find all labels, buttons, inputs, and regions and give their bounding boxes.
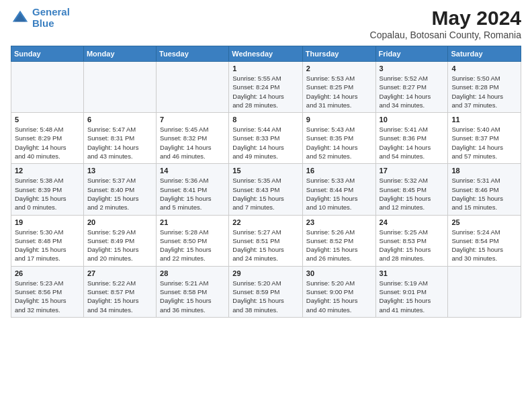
- calendar-day-29: 29Sunrise: 5:20 AM Sunset: 8:59 PM Dayli…: [229, 266, 303, 317]
- day-info: Sunrise: 5:52 AM Sunset: 8:27 PM Dayligh…: [380, 74, 445, 109]
- calendar-day-1: 1Sunrise: 5:55 AM Sunset: 8:24 PM Daylig…: [229, 62, 303, 113]
- calendar-day-12: 12Sunrise: 5:38 AM Sunset: 8:39 PM Dayli…: [11, 164, 84, 215]
- calendar-header-saturday: Saturday: [448, 46, 521, 62]
- day-info: Sunrise: 5:38 AM Sunset: 8:39 PM Dayligh…: [15, 176, 80, 212]
- day-info: Sunrise: 5:23 AM Sunset: 8:56 PM Dayligh…: [15, 279, 80, 314]
- main-title: May 2024: [370, 7, 521, 30]
- day-number: 20: [87, 218, 152, 226]
- day-number: 17: [380, 167, 445, 175]
- calendar-day-20: 20Sunrise: 5:29 AM Sunset: 8:49 PM Dayli…: [83, 215, 156, 266]
- calendar-header-friday: Friday: [375, 46, 448, 62]
- day-number: 15: [232, 167, 299, 175]
- calendar-week-row: 12Sunrise: 5:38 AM Sunset: 8:39 PM Dayli…: [11, 164, 521, 215]
- day-info: Sunrise: 5:28 AM Sunset: 8:50 PM Dayligh…: [160, 228, 225, 263]
- calendar-day-9: 9Sunrise: 5:43 AM Sunset: 8:35 PM Daylig…: [302, 113, 375, 164]
- day-info: Sunrise: 5:36 AM Sunset: 8:41 PM Dayligh…: [160, 176, 225, 212]
- calendar-day-17: 17Sunrise: 5:32 AM Sunset: 8:45 PM Dayli…: [375, 164, 448, 215]
- day-number: 19: [15, 218, 80, 226]
- day-number: 21: [160, 218, 225, 226]
- day-info: Sunrise: 5:37 AM Sunset: 8:40 PM Dayligh…: [87, 176, 152, 212]
- subtitle: Copalau, Botosani County, Romania: [370, 30, 521, 40]
- day-info: Sunrise: 5:50 AM Sunset: 8:28 PM Dayligh…: [451, 74, 517, 109]
- calendar-day-25: 25Sunrise: 5:24 AM Sunset: 8:54 PM Dayli…: [448, 215, 521, 266]
- calendar-day-4: 4Sunrise: 5:50 AM Sunset: 8:28 PM Daylig…: [448, 62, 521, 113]
- day-number: 9: [306, 116, 372, 124]
- calendar-day-15: 15Sunrise: 5:35 AM Sunset: 8:43 PM Dayli…: [229, 164, 303, 215]
- calendar-empty-cell: [83, 62, 156, 113]
- calendar-day-2: 2Sunrise: 5:53 AM Sunset: 8:25 PM Daylig…: [302, 62, 375, 113]
- calendar-header-tuesday: Tuesday: [157, 46, 229, 62]
- calendar-day-16: 16Sunrise: 5:33 AM Sunset: 8:44 PM Dayli…: [302, 164, 375, 215]
- calendar-day-30: 30Sunrise: 5:20 AM Sunset: 9:00 PM Dayli…: [302, 266, 375, 317]
- day-number: 6: [87, 116, 152, 124]
- day-number: 7: [160, 116, 225, 124]
- day-info: Sunrise: 5:45 AM Sunset: 8:32 PM Dayligh…: [160, 125, 225, 161]
- day-info: Sunrise: 5:25 AM Sunset: 8:53 PM Dayligh…: [380, 228, 445, 263]
- day-info: Sunrise: 5:33 AM Sunset: 8:44 PM Dayligh…: [306, 176, 372, 212]
- day-info: Sunrise: 5:26 AM Sunset: 8:52 PM Dayligh…: [306, 228, 372, 263]
- title-block: May 2024 Copalau, Botosani County, Roman…: [370, 7, 521, 40]
- logo-line1: General: [32, 6, 70, 17]
- day-number: 28: [160, 269, 225, 277]
- calendar-day-13: 13Sunrise: 5:37 AM Sunset: 8:40 PM Dayli…: [83, 164, 156, 215]
- calendar-header-sunday: Sunday: [11, 46, 84, 62]
- calendar-day-11: 11Sunrise: 5:40 AM Sunset: 8:37 PM Dayli…: [448, 113, 521, 164]
- day-number: 31: [380, 269, 445, 277]
- logo: General Blue: [11, 7, 70, 29]
- calendar-week-row: 19Sunrise: 5:30 AM Sunset: 8:48 PM Dayli…: [11, 215, 521, 266]
- day-number: 30: [306, 269, 372, 277]
- day-number: 18: [451, 167, 517, 175]
- calendar-day-7: 7Sunrise: 5:45 AM Sunset: 8:32 PM Daylig…: [157, 113, 229, 164]
- day-info: Sunrise: 5:41 AM Sunset: 8:36 PM Dayligh…: [380, 125, 445, 161]
- day-info: Sunrise: 5:22 AM Sunset: 8:57 PM Dayligh…: [87, 279, 152, 314]
- day-number: 27: [87, 269, 152, 277]
- calendar-day-8: 8Sunrise: 5:44 AM Sunset: 8:33 PM Daylig…: [229, 113, 303, 164]
- day-info: Sunrise: 5:47 AM Sunset: 8:31 PM Dayligh…: [87, 125, 152, 161]
- calendar-day-27: 27Sunrise: 5:22 AM Sunset: 8:57 PM Dayli…: [83, 266, 156, 317]
- calendar-day-18: 18Sunrise: 5:31 AM Sunset: 8:46 PM Dayli…: [448, 164, 521, 215]
- day-info: Sunrise: 5:48 AM Sunset: 8:29 PM Dayligh…: [15, 125, 80, 161]
- day-number: 29: [232, 269, 299, 277]
- calendar-day-24: 24Sunrise: 5:25 AM Sunset: 8:53 PM Dayli…: [375, 215, 448, 266]
- calendar-week-row: 1Sunrise: 5:55 AM Sunset: 8:24 PM Daylig…: [11, 62, 521, 113]
- day-number: 25: [451, 218, 517, 226]
- calendar-header-thursday: Thursday: [302, 46, 375, 62]
- day-info: Sunrise: 5:20 AM Sunset: 8:59 PM Dayligh…: [232, 279, 299, 314]
- day-number: 16: [306, 167, 372, 175]
- calendar-day-10: 10Sunrise: 5:41 AM Sunset: 8:36 PM Dayli…: [375, 113, 448, 164]
- day-number: 22: [232, 218, 299, 226]
- calendar-header-row: SundayMondayTuesdayWednesdayThursdayFrid…: [11, 46, 521, 62]
- calendar-day-22: 22Sunrise: 5:27 AM Sunset: 8:51 PM Dayli…: [229, 215, 303, 266]
- day-number: 14: [160, 167, 225, 175]
- header: General Blue May 2024 Copalau, Botosani …: [11, 7, 521, 40]
- calendar-empty-cell: [157, 62, 229, 113]
- day-number: 5: [15, 116, 80, 124]
- day-info: Sunrise: 5:55 AM Sunset: 8:24 PM Dayligh…: [232, 74, 299, 109]
- calendar-header-monday: Monday: [83, 46, 156, 62]
- day-info: Sunrise: 5:19 AM Sunset: 9:01 PM Dayligh…: [380, 279, 445, 314]
- day-number: 10: [380, 116, 445, 124]
- day-info: Sunrise: 5:27 AM Sunset: 8:51 PM Dayligh…: [232, 228, 299, 263]
- day-info: Sunrise: 5:53 AM Sunset: 8:25 PM Dayligh…: [306, 74, 372, 109]
- calendar-empty-cell: [11, 62, 84, 113]
- day-number: 13: [87, 167, 152, 175]
- logo-text: General Blue: [32, 7, 70, 29]
- day-info: Sunrise: 5:30 AM Sunset: 8:48 PM Dayligh…: [15, 228, 80, 263]
- day-number: 11: [451, 116, 517, 124]
- calendar-day-3: 3Sunrise: 5:52 AM Sunset: 8:27 PM Daylig…: [375, 62, 448, 113]
- day-info: Sunrise: 5:43 AM Sunset: 8:35 PM Dayligh…: [306, 125, 372, 161]
- calendar-day-23: 23Sunrise: 5:26 AM Sunset: 8:52 PM Dayli…: [302, 215, 375, 266]
- day-number: 8: [232, 116, 299, 124]
- logo-line2: Blue: [32, 17, 54, 29]
- day-number: 4: [451, 64, 517, 73]
- day-info: Sunrise: 5:32 AM Sunset: 8:45 PM Dayligh…: [380, 176, 445, 212]
- day-number: 2: [306, 64, 372, 73]
- day-info: Sunrise: 5:29 AM Sunset: 8:49 PM Dayligh…: [87, 228, 152, 263]
- day-info: Sunrise: 5:20 AM Sunset: 9:00 PM Dayligh…: [306, 279, 372, 314]
- calendar-day-28: 28Sunrise: 5:21 AM Sunset: 8:58 PM Dayli…: [157, 266, 229, 317]
- day-info: Sunrise: 5:21 AM Sunset: 8:58 PM Dayligh…: [160, 279, 225, 314]
- day-info: Sunrise: 5:35 AM Sunset: 8:43 PM Dayligh…: [232, 176, 299, 212]
- day-info: Sunrise: 5:31 AM Sunset: 8:46 PM Dayligh…: [451, 176, 517, 212]
- day-number: 26: [15, 269, 80, 277]
- calendar-empty-cell: [448, 266, 521, 317]
